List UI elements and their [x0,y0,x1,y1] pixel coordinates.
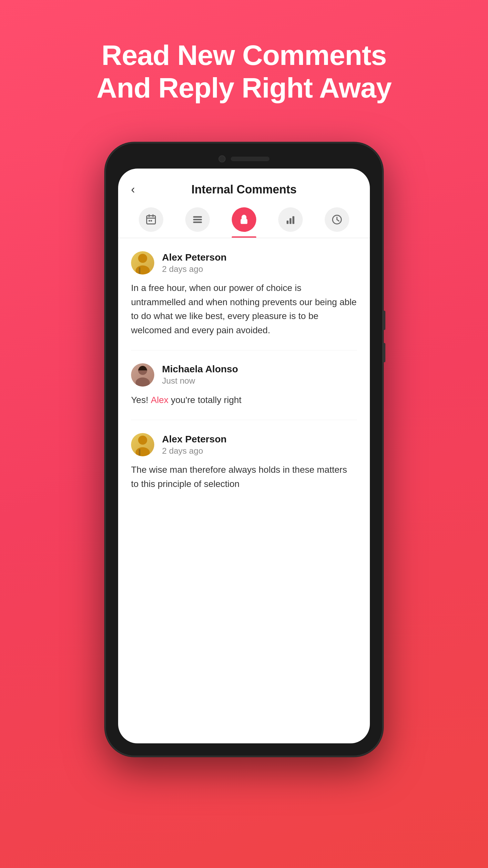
comment-text-1: In a free hour, when our power of choice… [131,281,357,337]
back-button[interactable]: ‹ [131,183,135,196]
chart-icon [285,214,296,225]
app-header: ‹ Internal Comments [118,168,370,204]
tab-active-indicator [232,237,256,238]
tab-tasks[interactable] [185,207,210,238]
comment-meta-3: Alex Peterson 2 days ago [162,434,227,456]
headline-line1: Read New Comments [102,39,387,71]
comment-author-3: Alex Peterson [162,434,227,445]
svg-rect-0 [147,216,156,224]
headline-line2: And Reply Right Away [97,72,391,104]
svg-rect-4 [149,220,151,222]
comment-prefix-2: Yes! [131,395,151,405]
comment-item-2: Michaela Alonso Just now Yes! Alex you'r… [131,350,357,420]
side-button-2 [382,343,385,362]
svg-rect-7 [193,219,202,221]
svg-rect-8 [193,221,202,223]
svg-point-23 [135,447,150,456]
tab-bar [118,204,370,238]
lock-icon [238,214,250,225]
comment-author-2: Michaela Alonso [162,364,238,375]
comment-suffix-2: you're totally right [168,395,241,405]
page-title: Internal Comments [191,183,297,196]
phone-screen: ‹ Internal Comments [118,168,370,743]
comment-header-1: Alex Peterson 2 days ago [131,251,357,275]
tab-lock[interactable] [232,207,256,238]
svg-rect-5 [151,220,152,222]
avatar-alex-1 [131,251,154,275]
comment-time-2: Just now [162,376,238,386]
comment-item-3: Alex Peterson 2 days ago The wise man th… [131,420,357,504]
comment-time-3: 2 days ago [162,446,227,456]
avatar-alex-2 [131,433,154,456]
comment-item-1: Alex Peterson 2 days ago In a free hour,… [131,238,357,350]
lock-tab-icon-wrap [232,207,256,232]
svg-rect-19 [139,268,140,274]
chart-tab-icon-wrap [278,207,303,232]
phone-top-bar [105,143,383,168]
svg-line-16 [337,220,339,221]
calendar-icon [145,214,157,225]
comment-meta-2: Michaela Alonso Just now [162,364,238,386]
side-button-1 [382,311,385,330]
front-camera [219,155,226,162]
comment-header-3: Alex Peterson 2 days ago [131,433,357,456]
comment-mention-2: Alex [151,395,168,405]
phone-mockup: ‹ Internal Comments [105,143,383,756]
svg-point-22 [138,436,147,445]
svg-point-21 [135,377,150,386]
tasks-tab-icon-wrap [185,207,210,232]
clock-tab-icon-wrap [325,207,349,232]
comment-text-3: The wise man therefore always holds in t… [131,463,357,491]
comment-header-2: Michaela Alonso Just now [131,363,357,386]
tasks-icon [192,214,203,225]
svg-rect-13 [292,216,294,224]
clock-icon [331,214,343,225]
tab-chart[interactable] [278,207,303,238]
phone-speaker [231,157,269,161]
calendar-tab-icon-wrap [139,207,163,232]
svg-point-17 [138,254,147,263]
comment-meta-1: Alex Peterson 2 days ago [162,252,227,274]
hero-headline: Read New Comments And Reply Right Away [71,39,417,104]
tab-calendar[interactable] [139,207,163,238]
svg-point-18 [135,266,150,275]
svg-point-10 [243,221,245,222]
svg-rect-24 [139,449,140,456]
comment-text-2: Yes! Alex you're totally right [131,393,357,407]
comment-author-1: Alex Peterson [162,252,227,263]
avatar-michaela [131,363,154,386]
comments-list: Alex Peterson 2 days ago In a free hour,… [118,238,370,743]
svg-rect-11 [287,221,289,224]
svg-rect-12 [290,218,291,224]
svg-rect-6 [193,216,202,218]
comment-time-1: 2 days ago [162,264,227,274]
tab-clock[interactable] [325,207,349,238]
